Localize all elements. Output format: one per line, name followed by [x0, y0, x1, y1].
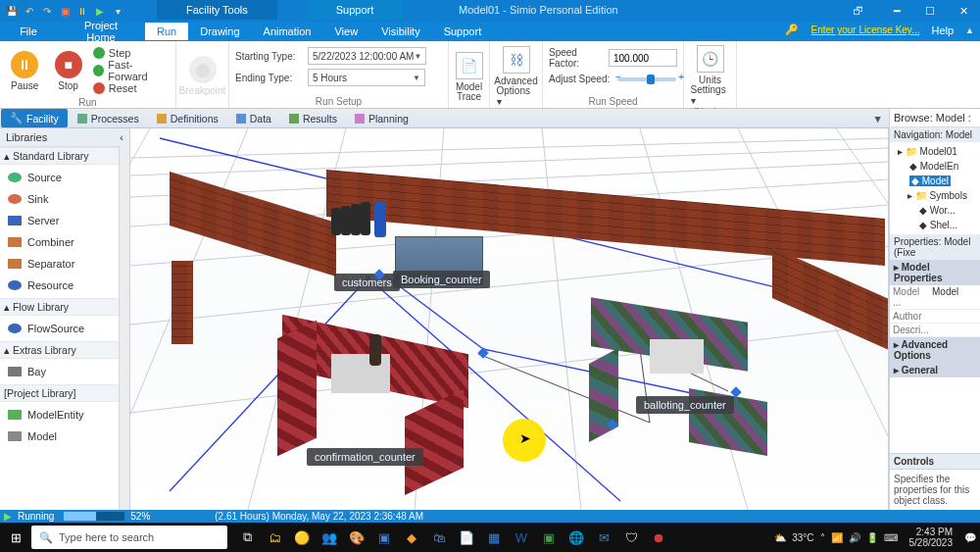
help-button[interactable]: Help	[931, 25, 954, 36]
lib-item-flowsource[interactable]: FlowSource	[0, 318, 129, 339]
reset-button[interactable]: Reset	[93, 80, 170, 96]
label-confirmation-counter[interactable]: confirmation_counter	[307, 448, 423, 466]
propcat-advanced[interactable]: ▸ Advanced Options	[890, 337, 980, 363]
propcat-model-properties[interactable]: ▸ Model Properties	[890, 260, 980, 285]
pause-button[interactable]: ⏸ Pause	[6, 49, 43, 91]
collapse-ribbon-icon[interactable]: ▲	[965, 25, 974, 35]
qat-undo-icon[interactable]: ↶	[24, 5, 35, 17]
edge-icon[interactable]: 🌐	[564, 526, 588, 549]
security-icon[interactable]: 🛡	[619, 526, 643, 549]
tab-drawing[interactable]: Drawing	[188, 23, 251, 40]
breakpoint-button[interactable]: ⬤ Breakpoint	[183, 54, 222, 96]
powershell-icon[interactable]: ▣	[372, 526, 396, 549]
record-icon[interactable]: ⏺	[647, 526, 670, 549]
close-button[interactable]: ✕	[947, 0, 980, 22]
lib-item-modelentity[interactable]: ModelEntity	[0, 404, 129, 426]
subtabs-dropdown-icon[interactable]: ▼	[867, 113, 889, 125]
label-customers[interactable]: customers	[334, 274, 400, 291]
subtab-results[interactable]: Results	[280, 110, 346, 127]
chrome-icon[interactable]: 🟡	[290, 526, 314, 549]
tab-run[interactable]: Run	[145, 23, 188, 40]
ending-type-combo[interactable]: 5 Hours▼	[308, 69, 425, 86]
tab-support[interactable]: Support	[432, 23, 494, 40]
lib-item-model[interactable]: Model	[0, 426, 129, 447]
maximize-button[interactable]: ☐	[913, 0, 947, 22]
tray-network-icon[interactable]: 📶	[831, 532, 843, 543]
qat-run-icon[interactable]: ▶	[94, 5, 106, 17]
tray-chevron-icon[interactable]: ˄	[820, 532, 825, 543]
lib-group-flow[interactable]: ▴ Flow Library	[0, 298, 129, 316]
lib-item-sink[interactable]: Sink	[0, 188, 129, 210]
qat-more-icon[interactable]: ▾	[112, 5, 123, 17]
adjust-speed-slider[interactable]: − +	[617, 77, 676, 81]
taskbar-clock[interactable]: 2:43 PM 5/28/2023	[904, 527, 959, 548]
stop-button[interactable]: ■ Stop	[49, 49, 86, 91]
context-tab-facility-tools[interactable]: Facility Tools	[157, 0, 277, 20]
qat-record-icon[interactable]: ▣	[59, 5, 71, 17]
lib-item-separator[interactable]: Separator	[0, 253, 129, 275]
paint-icon[interactable]: 🎨	[345, 526, 368, 549]
libraries-scrollbar[interactable]	[119, 146, 129, 510]
lib-group-project[interactable]: [Project Library]	[0, 384, 129, 402]
units-settings-button[interactable]: 🕒 Units Settings ▾	[691, 43, 730, 106]
tab-file[interactable]: File	[0, 23, 57, 40]
tray-volume-icon[interactable]: 🔊	[849, 532, 860, 543]
subtab-processes[interactable]: Processes	[69, 110, 148, 127]
start-button[interactable]: ⊞	[0, 523, 31, 552]
subtab-planning[interactable]: Planning	[346, 110, 417, 127]
qat-pause-icon[interactable]: ⏸	[76, 5, 88, 17]
file-explorer-icon[interactable]: 🗂	[263, 526, 286, 549]
starting-type-combo[interactable]: 5/22/2023 12:00:00 AM▼	[308, 47, 426, 65]
app-icon[interactable]: ◆	[400, 526, 423, 549]
speed-factor-input[interactable]	[609, 49, 677, 67]
subtab-definitions[interactable]: Definitions	[148, 110, 227, 127]
propcat-general[interactable]: ▸ General	[890, 363, 980, 377]
license-key-icon[interactable]: 🔑	[785, 24, 799, 36]
lib-group-extras[interactable]: ▴ Extras Library	[0, 341, 129, 359]
tab-animation[interactable]: Animation	[252, 23, 323, 40]
lib-item-bay[interactable]: Bay	[0, 361, 129, 382]
task-view-icon[interactable]: ⧉	[235, 526, 259, 549]
advanced-options-button[interactable]: ⛓ Advanced Options ▾	[497, 44, 536, 107]
group-runspeed-label: Run Speed	[549, 95, 677, 108]
qat-save-icon[interactable]: 💾	[6, 5, 18, 17]
speed-factor-label: Speed Factor:	[549, 47, 605, 69]
lib-item-combiner[interactable]: Combiner	[0, 231, 129, 253]
label-booking-counter[interactable]: Booking_counter	[393, 271, 490, 288]
tray-language-icon[interactable]: ⌨	[884, 532, 898, 543]
lib-item-server[interactable]: Server	[0, 210, 129, 231]
lib-group-standard[interactable]: ▴ Standard Library	[0, 147, 129, 165]
word-icon[interactable]: W	[510, 526, 533, 549]
minimize-button[interactable]: ━	[880, 0, 913, 22]
enter-license-link[interactable]: Enter your License Key...	[810, 25, 919, 35]
taskbar-search[interactable]: 🔍 Type here to search	[31, 526, 227, 549]
weather-icon[interactable]: ⛅	[774, 532, 786, 543]
qat-redo-icon[interactable]: ↷	[41, 5, 53, 17]
lib-item-source[interactable]: Source	[0, 167, 129, 188]
facility-3d-view[interactable]: customers Booking_counter confirmation_c…	[130, 128, 889, 510]
subtab-facility[interactable]: 🔧Facility	[1, 109, 68, 127]
tray-battery-icon[interactable]: 🔋	[866, 532, 878, 543]
tab-view[interactable]: View	[322, 23, 369, 40]
tab-visibility[interactable]: Visibility	[369, 23, 432, 40]
teams-icon[interactable]: 👥	[318, 526, 341, 549]
label-balloting-counter[interactable]: balloting_counter	[636, 396, 734, 414]
subtab-data[interactable]: Data	[227, 110, 280, 127]
weather-temp[interactable]: 33°C	[792, 532, 813, 543]
mail-icon[interactable]: ✉	[592, 526, 615, 549]
app-icon[interactable]: 📄	[455, 526, 478, 549]
lib-item-resource[interactable]: Resource	[0, 275, 129, 296]
collapse-icon[interactable]: ‹	[120, 131, 123, 143]
context-tab-support[interactable]: Support	[307, 0, 404, 20]
app-icon[interactable]: ▦	[482, 526, 506, 549]
restore-down-button[interactable]: 🗗	[841, 0, 874, 22]
prop-row[interactable]: Descri...	[890, 324, 980, 337]
prop-row[interactable]: Author	[890, 310, 980, 324]
notifications-icon[interactable]: 💬	[964, 532, 976, 543]
store-icon[interactable]: 🛍	[427, 526, 451, 549]
simio-icon[interactable]: ▣	[537, 526, 561, 549]
fast-forward-button[interactable]: Fast-Forward	[93, 63, 170, 78]
nav-tree[interactable]: ▸ 📁 Model01 ◆ ModelEn ◆ Model ▸ 📁 Symbol…	[890, 142, 980, 234]
prop-row[interactable]: Model ...Model	[890, 285, 980, 310]
model-trace-button[interactable]: 📄 Model Trace	[455, 50, 483, 102]
